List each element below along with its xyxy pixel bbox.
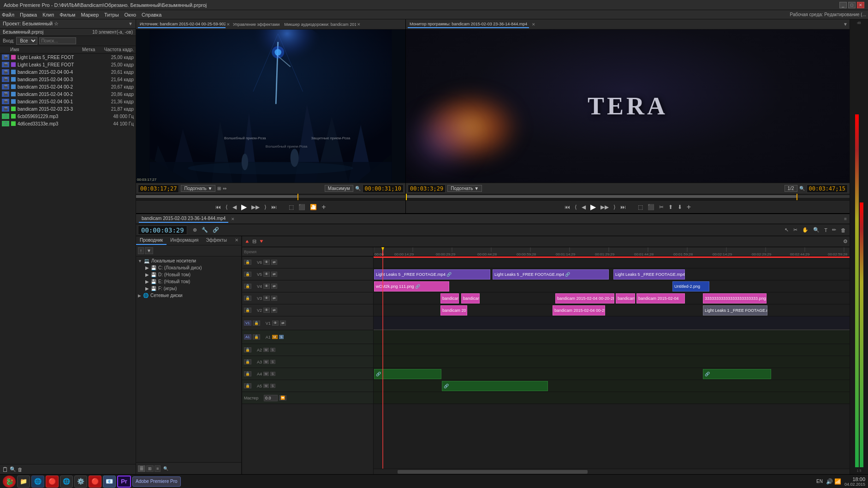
tl-a1-mute[interactable]: M: [272, 335, 278, 339]
explorer-details-view[interactable]: ≡: [155, 465, 161, 472]
clip-v3-5[interactable]: bandicam 2015-02-04: [636, 293, 685, 304]
tl-hand-tool[interactable]: ✋: [800, 226, 810, 234]
prog-extract[interactable]: ⬇: [677, 204, 683, 210]
source-tab[interactable]: Источник: bandicam 2015-02-04 00-25-59-9…: [138, 21, 226, 28]
tl-v5-lock[interactable]: 🔒: [244, 272, 251, 277]
clip-a4-1[interactable]: 🔗: [374, 369, 441, 379]
prog-mark-in[interactable]: ⏮: [564, 204, 571, 210]
effects-tab[interactable]: Управление эффектами: [231, 21, 281, 28]
clip-v3-6[interactable]: 33333333333333333333333.png 🔗: [703, 293, 767, 304]
tl-v2-sync[interactable]: ⇄: [271, 308, 277, 313]
tl-v5-eye[interactable]: 👁: [263, 272, 270, 277]
explorer-list-view[interactable]: ☰: [138, 465, 145, 472]
menu-help[interactable]: Справка: [142, 12, 161, 18]
clip-a5-1[interactable]: 🔗: [442, 381, 548, 391]
in-dropdown[interactable]: Все: [16, 37, 37, 45]
drive-f[interactable]: ▶💾F: (игры): [136, 285, 241, 292]
project-item-3[interactable]: 🎬bandicam 2015-02-04 00-321,64 кадр: [0, 76, 136, 83]
tl-link[interactable]: 🔗: [211, 226, 221, 234]
taskbar-browser[interactable]: 🌐: [31, 476, 44, 488]
maximize-btn[interactable]: □: [848, 2, 856, 8]
source-tab-close[interactable]: ✕: [226, 22, 230, 27]
program-tab-close[interactable]: ✕: [532, 22, 535, 27]
prog-play[interactable]: ▶: [589, 202, 597, 211]
taskbar-file-explorer[interactable]: 📁: [17, 476, 30, 488]
prog-lift[interactable]: ⬆: [667, 204, 674, 210]
tab-close-left[interactable]: ✕: [232, 236, 241, 245]
network-icon[interactable]: 📶: [834, 478, 841, 485]
tl-v3-eye[interactable]: 👁: [263, 296, 270, 301]
start-btn[interactable]: 🐉: [3, 476, 16, 488]
program-fit-btn[interactable]: Подогнать ▼: [447, 185, 482, 192]
tl-a4-mute[interactable]: M: [263, 372, 269, 376]
tl-a5-lock[interactable]: 🔒: [244, 383, 251, 388]
tl-v4-sync[interactable]: ⇄: [271, 284, 277, 289]
explorer-grid-view[interactable]: ⊞: [146, 465, 154, 472]
tl-v4-lock[interactable]: 🔒: [244, 284, 251, 289]
clip-v2-3[interactable]: Light Leaks 1 _FREE FOOTAGE.mp4 🔗: [703, 305, 767, 315]
tl-settings[interactable]: ⚙: [843, 238, 848, 244]
tl-v2-lock[interactable]: 🔒: [244, 308, 251, 313]
explorer-tab[interactable]: Проводник: [136, 236, 166, 245]
tl-a4-solo[interactable]: S: [270, 372, 275, 376]
tl-razor-tool[interactable]: ✂: [791, 226, 799, 234]
add-btn[interactable]: +: [321, 203, 327, 211]
tl-a2-mute[interactable]: M: [263, 348, 269, 352]
clip-v2-2[interactable]: bandicam 2015-02-04 00-25-5: [553, 305, 605, 315]
info-tab[interactable]: Информация: [166, 236, 202, 245]
taskbar-opera[interactable]: 🔴: [46, 476, 59, 488]
clip-v4-2[interactable]: Untitled-2.png: [672, 281, 709, 292]
clip-v3-1[interactable]: bandicam: [440, 293, 459, 304]
prog-play-fwd[interactable]: ▶▶: [600, 204, 610, 210]
tl-add-marker[interactable]: ⊕: [191, 226, 199, 234]
tl-fit-timeline[interactable]: ⊟: [252, 238, 256, 244]
project-item-4[interactable]: 🎬bandicam 2015-02-04 00-220,67 кадр: [0, 83, 136, 90]
project-item-6[interactable]: 🎬bandicam 2015-02-04 00-121,36 кадр: [0, 98, 136, 105]
extract-btn[interactable]: ⬚: [288, 204, 295, 210]
prog-step-back[interactable]: ⟨: [574, 204, 578, 210]
local-drives-header[interactable]: ▼ 💻 Локальные носители: [136, 257, 241, 264]
tl-a3-solo[interactable]: S: [270, 360, 275, 364]
play-btn[interactable]: ▶: [240, 202, 248, 211]
new-item-btn[interactable]: 🗒: [2, 466, 8, 473]
tl-v1-eye[interactable]: 👁: [272, 321, 279, 326]
tl-v1-lock[interactable]: 🔒: [253, 321, 260, 326]
menu-edit[interactable]: Правка: [20, 12, 37, 18]
menu-file[interactable]: Файл: [2, 12, 14, 18]
tl-a3-mute[interactable]: M: [263, 360, 269, 364]
clip-v3-2[interactable]: bandicam: [461, 293, 480, 304]
prog-add[interactable]: +: [686, 203, 692, 211]
project-search-input[interactable]: [39, 37, 76, 44]
clip-v5-3[interactable]: Light Leaks 5 _FREE FOOTAGE.mp4 🔗: [613, 269, 685, 280]
insert-btn[interactable]: ⬛: [297, 204, 306, 210]
tl-v1-target[interactable]: V1: [244, 321, 251, 326]
find-btn[interactable]: 🔍: [10, 466, 16, 472]
tl-v6-lock[interactable]: 🔒: [244, 260, 251, 265]
drive-d[interactable]: ▶💾D: (Новый том): [136, 271, 241, 278]
clip-v5-2[interactable]: Light Leaks 5 _FREE FOOTAGE.mp4 🔗: [493, 269, 609, 280]
menu-titles[interactable]: Титры: [104, 12, 119, 18]
network-drives-header[interactable]: ▶ 🌐 Сетевые диски: [136, 292, 241, 299]
mixer-tab-close[interactable]: ✕: [357, 22, 361, 27]
menu-clip[interactable]: Клип: [42, 12, 54, 18]
marker-btn[interactable]: ⊞: [217, 186, 221, 191]
tl-v6-sync[interactable]: ⇄: [271, 260, 277, 265]
project-item-1[interactable]: 🎬Light Leaks 1_FREE FOOT25,00 кадр: [0, 61, 136, 68]
fit-dropdown[interactable]: Подогнать ▼: [181, 185, 215, 192]
delete-btn[interactable]: 🗑: [18, 467, 23, 472]
explorer-up-btn[interactable]: ↑: [138, 247, 144, 254]
tl-v5-sync[interactable]: ⇄: [271, 272, 277, 277]
drive-c[interactable]: ▶💾C: (Локальный диск): [136, 264, 241, 271]
program-zoom-icon[interactable]: 🔍: [799, 186, 805, 191]
program-fraction[interactable]: 1/2: [785, 185, 797, 192]
taskbar-premiere[interactable]: Pr: [117, 476, 131, 488]
col-label[interactable]: Метка: [82, 47, 101, 52]
clip-v3-3[interactable]: bandicam 2015-02-04 00-20-28-4: [555, 293, 614, 304]
tl-v1-sync[interactable]: ⇄: [280, 321, 286, 326]
col-fps[interactable]: Частота кадр.: [101, 47, 134, 52]
project-item-8[interactable]: 🎵6cb059691229.mp348 000 Гц: [0, 113, 136, 120]
taskbar-opera2[interactable]: 🔴: [89, 476, 101, 488]
source-fit-mode[interactable]: Максимум: [325, 185, 353, 192]
taskbar-app7[interactable]: 📧: [103, 476, 116, 488]
prog-export-frame[interactable]: ⬛: [647, 204, 655, 210]
